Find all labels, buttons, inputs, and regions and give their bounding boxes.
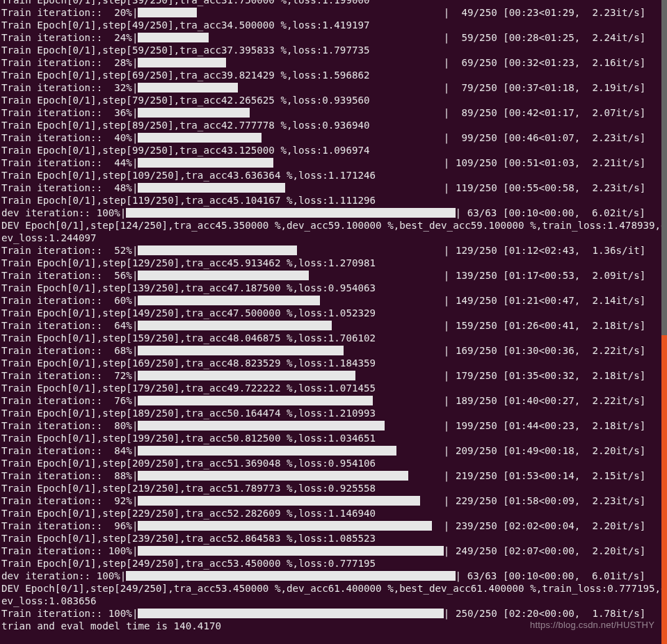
log-line: Train Epoch[0/1],step[169/250],tra_acc48…: [1, 357, 666, 369]
progress-label: Train iteration:: 80%|: [1, 419, 138, 432]
progress-empty: [320, 296, 443, 305]
progress-stats: | 49/250 [00:23<01:29, 2.23it/s]: [444, 6, 645, 19]
progress-fill: [138, 371, 355, 380]
progress-label: Train iteration:: 44%|: [1, 156, 138, 169]
progress-bar: [138, 269, 443, 282]
progress-stats: | 199/250 [01:44<00:23, 2.18it/s]: [444, 419, 645, 432]
progress-empty: [432, 521, 444, 531]
progress-line: dev iteration:: 100%|| 63/63 [00:10<00:0…: [1, 207, 666, 219]
progress-label: Train iteration:: 72%|: [1, 369, 138, 382]
progress-stats: | 229/250 [01:58<00:09, 2.23it/s]: [444, 494, 645, 507]
progress-line: Train iteration:: 68%|| 169/250 [01:30<0…: [1, 344, 666, 357]
scrollbar-track[interactable]: [661, 0, 667, 644]
progress-line: Train iteration:: 96%|| 239/250 [02:02<0…: [1, 520, 666, 532]
progress-label: dev iteration:: 100%|: [1, 207, 126, 219]
progress-label: Train iteration:: 36%|: [1, 106, 138, 119]
progress-label: Train iteration:: 88%|: [1, 469, 138, 482]
progress-fill: [138, 471, 408, 481]
progress-bar: [138, 419, 443, 432]
progress-line: Train iteration:: 20%|| 49/250 [00:23<01…: [1, 6, 666, 19]
progress-empty: [273, 158, 444, 168]
progress-fill: [138, 521, 432, 531]
progress-bar: [138, 156, 443, 169]
progress-fill: [126, 208, 455, 218]
progress-fill: [138, 83, 238, 92]
progress-bar: [138, 56, 443, 69]
progress-label: Train iteration:: 56%|: [1, 269, 138, 282]
log-line: Train Epoch[0/1],step[129/250],tra_acc45…: [1, 257, 666, 269]
progress-stats: | 169/250 [01:30<00:36, 2.22it/s]: [444, 344, 645, 357]
log-line-partial: Train Epoch[0/1],step[39/250],tra_acc31.…: [1, 0, 666, 6]
log-line: Train Epoch[0/1],step[149/250],tra_acc47…: [1, 307, 666, 319]
progress-stats: | 189/250 [01:40<00:27, 2.22it/s]: [444, 394, 645, 407]
progress-bar: [138, 131, 443, 144]
progress-bar: [138, 545, 443, 557]
progress-bar: [138, 494, 443, 507]
progress-line: dev iteration:: 100%|| 63/63 [00:10<00:0…: [1, 570, 666, 582]
progress-label: Train iteration:: 24%|: [1, 31, 138, 44]
progress-bar: [138, 81, 443, 94]
log-line: Train Epoch[0/1],step[189/250],tra_acc50…: [1, 407, 666, 419]
log-line: Train Epoch[0/1],step[99/250],tra_acc43.…: [1, 144, 666, 156]
progress-fill: [138, 245, 296, 255]
progress-bar: [126, 570, 455, 582]
log-line: Train Epoch[0/1],step[89/250],tra_acc42.…: [1, 119, 666, 131]
progress-stats: | 119/250 [00:55<00:58, 2.23it/s]: [444, 182, 645, 194]
progress-empty: [408, 471, 444, 481]
progress-line: Train iteration:: 92%|| 229/250 [01:58<0…: [1, 494, 666, 507]
progress-bar: [126, 207, 455, 219]
log-line: Train Epoch[0/1],step[199/250],tra_acc50…: [1, 432, 666, 444]
log-line: DEV Epoch[0/1],step[124/250],tra_acc45.3…: [1, 219, 666, 232]
progress-bar: [138, 607, 443, 620]
progress-stats: | 179/250 [01:35<00:32, 2.18it/s]: [444, 369, 645, 382]
progress-bar: [138, 344, 443, 357]
progress-fill: [138, 346, 344, 355]
progress-fill: [138, 609, 443, 618]
progress-stats: | 139/250 [01:17<00:53, 2.09it/s]: [444, 269, 645, 282]
progress-bar: [138, 444, 443, 457]
progress-label: Train iteration:: 28%|: [1, 56, 138, 69]
progress-label: Train iteration:: 84%|: [1, 444, 138, 457]
progress-stats: | 89/250 [00:42<01:17, 2.07it/s]: [444, 106, 645, 119]
progress-stats: | 249/250 [02:07<00:00, 2.20it/s]: [444, 545, 645, 557]
progress-fill: [138, 133, 261, 143]
progress-line: Train iteration:: 48%|| 119/250 [00:55<0…: [1, 182, 666, 194]
progress-empty: [309, 271, 444, 280]
progress-empty: [209, 33, 444, 42]
progress-empty: [385, 421, 444, 430]
progress-stats: | 59/250 [00:28<01:25, 2.24it/s]: [444, 31, 645, 44]
progress-empty: [285, 183, 444, 193]
log-line: Train Epoch[0/1],step[59/250],tra_acc37.…: [1, 44, 666, 56]
progress-label: Train iteration:: 60%|: [1, 294, 138, 307]
progress-fill: [138, 296, 320, 305]
log-line: Train Epoch[0/1],step[219/250],tra_acc51…: [1, 482, 666, 494]
progress-empty: [355, 371, 444, 380]
progress-line: Train iteration:: 28%|| 69/250 [00:32<01…: [1, 56, 666, 69]
terminal-window[interactable]: Train Epoch[0/1],step[39/250],tra_acc31.…: [0, 0, 667, 644]
progress-bar: [138, 369, 443, 382]
progress-empty: [297, 245, 444, 255]
log-line: Train Epoch[0/1],step[119/250],tra_acc45…: [1, 194, 666, 207]
progress-empty: [226, 58, 444, 67]
progress-line: Train iteration:: 60%|| 149/250 [01:21<0…: [1, 294, 666, 307]
progress-label: Train iteration:: 100%|: [1, 607, 138, 620]
progress-line: Train iteration:: 72%|| 179/250 [01:35<0…: [1, 369, 666, 382]
scrollbar-thumb[interactable]: [661, 335, 667, 644]
progress-stats: | 209/250 [01:49<00:18, 2.20it/s]: [444, 444, 645, 457]
terminal-output: Train Epoch[0/1],step[39/250],tra_acc31.…: [1, 0, 666, 632]
progress-fill: [126, 571, 455, 581]
progress-empty: [197, 8, 444, 17]
progress-line: Train iteration:: 40%|| 99/250 [00:46<01…: [1, 131, 666, 144]
progress-fill: [138, 421, 385, 430]
progress-fill: [138, 496, 420, 506]
progress-label: Train iteration:: 68%|: [1, 344, 138, 357]
progress-stats: | 63/63 [00:10<00:00, 6.01it/s]: [456, 570, 645, 582]
log-line: Train Epoch[0/1],step[209/250],tra_acc51…: [1, 457, 666, 469]
shell-prompt-line[interactable]: veilytech@veilytech-Super-Server:/media/…: [1, 632, 666, 644]
progress-label: Train iteration:: 76%|: [1, 394, 138, 407]
progress-empty: [262, 133, 444, 143]
watermark-text: https://blog.csdn.net/HUSTHY: [530, 619, 654, 631]
progress-line: Train iteration:: 100%|| 249/250 [02:07<…: [1, 545, 666, 557]
log-line: Train Epoch[0/1],step[249/250],tra_acc53…: [1, 557, 666, 570]
progress-stats: | 63/63 [00:10<00:00, 6.02it/s]: [456, 207, 645, 219]
